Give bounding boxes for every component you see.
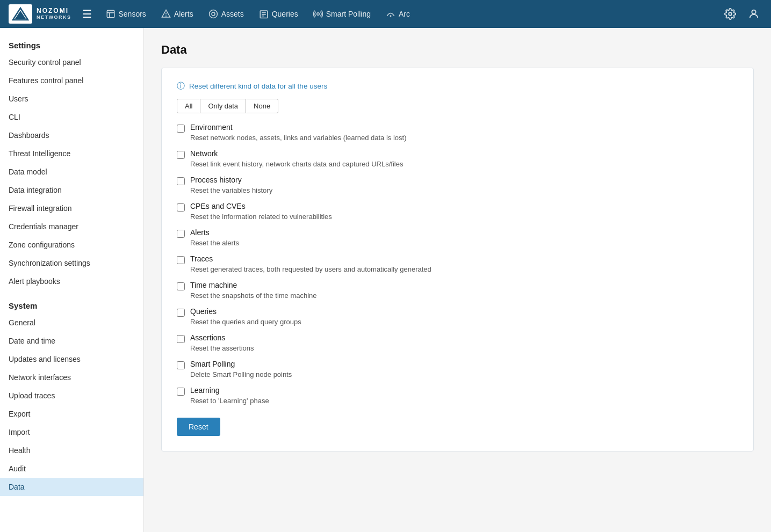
topnav: NOZOMI NETWORKS ☰ Sensors Alerts Assets …	[0, 0, 771, 28]
svg-rect-2	[107, 10, 114, 18]
sidebar-item-network-interfaces[interactable]: Network interfaces	[0, 368, 143, 387]
logo-box	[9, 4, 32, 24]
sidebar-item-users[interactable]: Users	[0, 90, 143, 108]
sidebar-item-firewall-integration[interactable]: Firewall integration	[0, 199, 143, 217]
page-title: Data	[161, 43, 754, 57]
settings-icon[interactable]	[722, 5, 739, 23]
svg-point-8	[212, 12, 215, 16]
label-smart-polling: Smart Polling	[190, 360, 235, 368]
main-content: Data ⓘ Reset different kind of data for …	[144, 28, 771, 532]
settings-section-title: Settings	[0, 37, 143, 53]
desc-network: Reset link event history, network charts…	[190, 160, 738, 168]
desc-environment: Reset network nodes, assets, links and v…	[190, 134, 738, 142]
check-item-process-history: Process history Reset the variables hist…	[177, 176, 738, 194]
nav-assets[interactable]: Assets	[203, 6, 249, 22]
checkbox-smart-polling[interactable]	[177, 361, 185, 369]
nav-queries[interactable]: Queries	[254, 6, 304, 22]
check-item-network: Network Reset link event history, networ…	[177, 149, 738, 168]
sidebar-item-security-control-panel[interactable]: Security control panel	[0, 53, 143, 71]
checkbox-traces[interactable]	[177, 256, 185, 264]
check-item-smart-polling: Smart Polling Delete Smart Polling node …	[177, 360, 738, 378]
checkbox-network[interactable]	[177, 151, 185, 159]
sidebar-item-cli[interactable]: CLI	[0, 108, 143, 126]
nav-sensors[interactable]: Sensors	[100, 6, 152, 22]
logo-text: NOZOMI NETWORKS	[37, 8, 71, 20]
none-button[interactable]: None	[246, 99, 278, 113]
svg-point-6	[165, 16, 166, 16]
sidebar-item-threat-intelligence[interactable]: Threat Intelligence	[0, 144, 143, 163]
sidebar-item-health[interactable]: Health	[0, 441, 143, 460]
smart-polling-icon	[313, 9, 323, 19]
check-item-traces: Traces Reset generated traces, both requ…	[177, 254, 738, 273]
check-item-assertions: Assertions Reset the assertions	[177, 333, 738, 352]
checkbox-time-machine[interactable]	[177, 282, 185, 290]
queries-icon	[259, 9, 269, 19]
sidebar: Settings Security control panel Features…	[0, 28, 144, 532]
checkbox-environment[interactable]	[177, 125, 185, 133]
sidebar-item-export[interactable]: Export	[0, 405, 143, 423]
label-queries: Queries	[190, 307, 217, 316]
label-alerts: Alerts	[190, 228, 210, 237]
sidebar-item-zone-configurations[interactable]: Zone configurations	[0, 236, 143, 254]
nav-alerts[interactable]: Alerts	[156, 6, 199, 22]
sidebar-item-date-and-time[interactable]: Date and time	[0, 332, 143, 350]
sidebar-item-updates-and-licenses[interactable]: Updates and licenses	[0, 350, 143, 368]
logo[interactable]: NOZOMI NETWORKS	[9, 4, 71, 24]
check-item-alerts: Alerts Reset the alerts	[177, 228, 738, 247]
sidebar-item-synchronization-settings[interactable]: Synchronization settings	[0, 254, 143, 272]
label-environment: Environment	[190, 123, 233, 132]
sidebar-item-data-model[interactable]: Data model	[0, 163, 143, 181]
info-circle-icon: ⓘ	[177, 81, 185, 91]
checkbox-learning[interactable]	[177, 388, 185, 396]
label-process-history: Process history	[190, 176, 242, 184]
label-network: Network	[190, 149, 218, 158]
info-row: ⓘ Reset different kind of data for all t…	[177, 81, 738, 91]
select-group: All Only data None	[177, 99, 738, 113]
desc-process-history: Reset the variables history	[190, 186, 738, 194]
sidebar-item-data[interactable]: Data	[0, 478, 143, 496]
sidebar-item-credentials-manager[interactable]: Credentials manager	[0, 217, 143, 236]
sidebar-item-general[interactable]: General	[0, 314, 143, 332]
desc-assertions: Reset the assertions	[190, 344, 738, 352]
svg-point-16	[752, 10, 755, 14]
desc-queries: Reset the queries and query groups	[190, 318, 738, 326]
check-item-queries: Queries Reset the queries and query grou…	[177, 307, 738, 326]
label-traces: Traces	[190, 254, 213, 263]
check-item-cpes-and-cves: CPEs and CVEs Reset the information rela…	[177, 202, 738, 221]
check-item-learning: Learning Reset to 'Learning' phase	[177, 386, 738, 405]
label-learning: Learning	[190, 386, 220, 395]
desc-alerts: Reset the alerts	[190, 239, 738, 247]
checkbox-assertions[interactable]	[177, 335, 185, 343]
sidebar-item-alert-playbooks[interactable]: Alert playbooks	[0, 272, 143, 290]
nav-arc[interactable]: Arc	[380, 6, 415, 22]
label-assertions: Assertions	[190, 333, 225, 342]
data-card: ⓘ Reset different kind of data for all t…	[161, 68, 754, 451]
only-data-button[interactable]: Only data	[200, 99, 246, 113]
checkbox-process-history[interactable]	[177, 177, 185, 185]
label-time-machine: Time machine	[190, 281, 237, 289]
checkbox-cpes-and-cves[interactable]	[177, 203, 185, 212]
nav-smart-polling[interactable]: Smart Polling	[308, 6, 376, 22]
svg-point-14	[390, 15, 391, 17]
checkbox-alerts[interactable]	[177, 230, 185, 238]
desc-traces: Reset generated traces, both requested b…	[190, 265, 738, 273]
sidebar-item-upload-traces[interactable]: Upload traces	[0, 387, 143, 405]
sensors-icon	[106, 9, 116, 19]
all-button[interactable]: All	[177, 99, 200, 113]
reset-button[interactable]: Reset	[177, 418, 220, 436]
sidebar-item-data-integration[interactable]: Data integration	[0, 181, 143, 199]
sidebar-spacer-1	[0, 290, 143, 297]
user-icon[interactable]	[745, 5, 762, 23]
assets-icon	[208, 9, 218, 19]
sidebar-item-import[interactable]: Import	[0, 423, 143, 441]
layout: Settings Security control panel Features…	[0, 28, 771, 532]
svg-point-15	[729, 12, 732, 16]
sidebar-item-dashboards[interactable]: Dashboards	[0, 126, 143, 144]
sidebar-item-audit[interactable]: Audit	[0, 460, 143, 478]
checkbox-queries[interactable]	[177, 309, 185, 317]
check-item-environment: Environment Reset network nodes, assets,…	[177, 123, 738, 142]
sidebar-item-features-control-panel[interactable]: Features control panel	[0, 71, 143, 90]
svg-point-13	[316, 13, 319, 16]
hamburger-menu[interactable]: ☰	[82, 8, 92, 20]
label-cpes-and-cves: CPEs and CVEs	[190, 202, 246, 210]
